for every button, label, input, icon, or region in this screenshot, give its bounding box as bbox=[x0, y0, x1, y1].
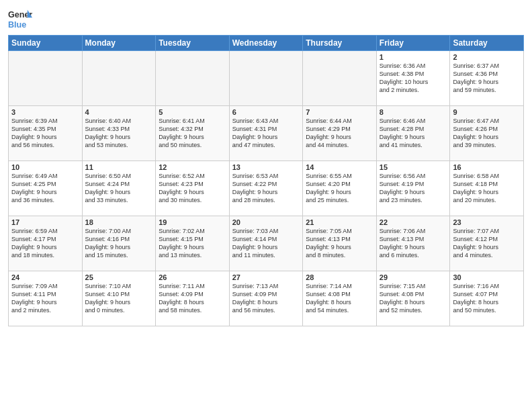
day-info: Sunrise: 6:49 AM Sunset: 4:25 PM Dayligh… bbox=[11, 172, 79, 205]
day-number: 30 bbox=[453, 273, 521, 281]
day-header-tuesday: Tuesday bbox=[156, 36, 230, 51]
day-number: 8 bbox=[380, 108, 447, 116]
calendar-cell bbox=[82, 51, 156, 106]
day-number: 4 bbox=[85, 108, 153, 116]
calendar-cell: 20Sunrise: 7:03 AM Sunset: 4:14 PM Dayli… bbox=[229, 216, 303, 271]
calendar-cell: 30Sunrise: 7:16 AM Sunset: 4:07 PM Dayli… bbox=[450, 271, 524, 326]
calendar-cell: 2Sunrise: 6:37 AM Sunset: 4:36 PM Daylig… bbox=[450, 51, 524, 106]
calendar-cell: 21Sunrise: 7:05 AM Sunset: 4:13 PM Dayli… bbox=[303, 216, 377, 271]
calendar-cell: 25Sunrise: 7:10 AM Sunset: 4:10 PM Dayli… bbox=[82, 271, 156, 326]
day-info: Sunrise: 7:02 AM Sunset: 4:15 PM Dayligh… bbox=[159, 227, 226, 260]
day-header-wednesday: Wednesday bbox=[229, 36, 303, 51]
day-number: 25 bbox=[85, 273, 153, 281]
day-number: 11 bbox=[85, 163, 153, 171]
calendar-cell: 22Sunrise: 7:06 AM Sunset: 4:13 PM Dayli… bbox=[376, 216, 450, 271]
day-info: Sunrise: 7:06 AM Sunset: 4:13 PM Dayligh… bbox=[380, 227, 447, 260]
calendar-cell: 27Sunrise: 7:13 AM Sunset: 4:09 PM Dayli… bbox=[229, 271, 303, 326]
day-number: 29 bbox=[380, 273, 447, 281]
day-number: 19 bbox=[159, 218, 226, 226]
day-number: 3 bbox=[11, 108, 79, 116]
calendar-cell: 10Sunrise: 6:49 AM Sunset: 4:25 PM Dayli… bbox=[9, 161, 83, 216]
day-number: 15 bbox=[380, 163, 447, 171]
day-number: 24 bbox=[11, 273, 79, 281]
calendar-cell: 11Sunrise: 6:50 AM Sunset: 4:24 PM Dayli… bbox=[82, 161, 156, 216]
day-info: Sunrise: 7:15 AM Sunset: 4:08 PM Dayligh… bbox=[380, 282, 447, 315]
day-header-friday: Friday bbox=[376, 36, 450, 51]
day-number: 5 bbox=[159, 108, 226, 116]
calendar-header: SundayMondayTuesdayWednesdayThursdayFrid… bbox=[9, 36, 524, 51]
day-info: Sunrise: 7:11 AM Sunset: 4:09 PM Dayligh… bbox=[159, 282, 226, 315]
day-number: 2 bbox=[453, 53, 521, 61]
day-info: Sunrise: 6:46 AM Sunset: 4:28 PM Dayligh… bbox=[380, 117, 447, 150]
calendar-week-1: 1Sunrise: 6:36 AM Sunset: 4:38 PM Daylig… bbox=[9, 51, 524, 106]
day-info: Sunrise: 7:00 AM Sunset: 4:16 PM Dayligh… bbox=[85, 227, 153, 260]
day-header-thursday: Thursday bbox=[303, 36, 377, 51]
day-number: 12 bbox=[159, 163, 226, 171]
day-info: Sunrise: 6:37 AM Sunset: 4:36 PM Dayligh… bbox=[453, 62, 521, 95]
day-number: 21 bbox=[306, 218, 373, 226]
day-number: 20 bbox=[232, 218, 300, 226]
day-info: Sunrise: 6:39 AM Sunset: 4:35 PM Dayligh… bbox=[11, 117, 79, 150]
calendar-cell bbox=[156, 51, 230, 106]
calendar-table: SundayMondayTuesdayWednesdayThursdayFrid… bbox=[8, 35, 524, 326]
day-number: 10 bbox=[11, 163, 79, 171]
day-info: Sunrise: 6:50 AM Sunset: 4:24 PM Dayligh… bbox=[85, 172, 153, 205]
day-number: 14 bbox=[306, 163, 373, 171]
day-info: Sunrise: 6:53 AM Sunset: 4:22 PM Dayligh… bbox=[232, 172, 300, 205]
calendar-week-4: 17Sunrise: 6:59 AM Sunset: 4:17 PM Dayli… bbox=[9, 216, 524, 271]
day-number: 1 bbox=[380, 53, 447, 61]
day-number: 9 bbox=[453, 108, 521, 116]
calendar-cell: 23Sunrise: 7:07 AM Sunset: 4:12 PM Dayli… bbox=[450, 216, 524, 271]
day-info: Sunrise: 6:56 AM Sunset: 4:19 PM Dayligh… bbox=[380, 172, 447, 205]
day-header-saturday: Saturday bbox=[450, 36, 524, 51]
calendar-cell: 29Sunrise: 7:15 AM Sunset: 4:08 PM Dayli… bbox=[376, 271, 450, 326]
calendar-cell bbox=[303, 51, 377, 106]
day-header-monday: Monday bbox=[82, 36, 156, 51]
day-number: 16 bbox=[453, 163, 521, 171]
day-info: Sunrise: 7:07 AM Sunset: 4:12 PM Dayligh… bbox=[453, 227, 521, 260]
calendar-cell: 8Sunrise: 6:46 AM Sunset: 4:28 PM Daylig… bbox=[376, 106, 450, 161]
logo: General Blue bbox=[8, 7, 35, 31]
day-info: Sunrise: 7:14 AM Sunset: 4:08 PM Dayligh… bbox=[306, 282, 373, 315]
day-number: 18 bbox=[85, 218, 153, 226]
calendar-cell: 12Sunrise: 6:52 AM Sunset: 4:23 PM Dayli… bbox=[156, 161, 230, 216]
day-info: Sunrise: 6:58 AM Sunset: 4:18 PM Dayligh… bbox=[453, 172, 521, 205]
day-info: Sunrise: 7:09 AM Sunset: 4:11 PM Dayligh… bbox=[11, 282, 79, 315]
day-info: Sunrise: 6:41 AM Sunset: 4:32 PM Dayligh… bbox=[159, 117, 226, 150]
page-container: General Blue SundayMondayTuesdayWednesda… bbox=[0, 0, 532, 411]
day-number: 13 bbox=[232, 163, 300, 171]
day-number: 22 bbox=[380, 218, 447, 226]
calendar-week-3: 10Sunrise: 6:49 AM Sunset: 4:25 PM Dayli… bbox=[9, 161, 524, 216]
day-info: Sunrise: 6:43 AM Sunset: 4:31 PM Dayligh… bbox=[232, 117, 300, 150]
day-info: Sunrise: 7:16 AM Sunset: 4:07 PM Dayligh… bbox=[453, 282, 521, 315]
day-number: 17 bbox=[11, 218, 79, 226]
calendar-cell: 1Sunrise: 6:36 AM Sunset: 4:38 PM Daylig… bbox=[376, 51, 450, 106]
calendar-cell bbox=[229, 51, 303, 106]
day-info: Sunrise: 6:36 AM Sunset: 4:38 PM Dayligh… bbox=[380, 62, 447, 95]
calendar-cell: 5Sunrise: 6:41 AM Sunset: 4:32 PM Daylig… bbox=[156, 106, 230, 161]
day-info: Sunrise: 6:59 AM Sunset: 4:17 PM Dayligh… bbox=[11, 227, 79, 260]
calendar-cell: 3Sunrise: 6:39 AM Sunset: 4:35 PM Daylig… bbox=[9, 106, 83, 161]
day-number: 27 bbox=[232, 273, 300, 281]
calendar-cell: 16Sunrise: 6:58 AM Sunset: 4:18 PM Dayli… bbox=[450, 161, 524, 216]
day-info: Sunrise: 6:52 AM Sunset: 4:23 PM Dayligh… bbox=[159, 172, 226, 205]
day-number: 26 bbox=[159, 273, 226, 281]
day-header-sunday: Sunday bbox=[9, 36, 83, 51]
calendar-cell: 19Sunrise: 7:02 AM Sunset: 4:15 PM Dayli… bbox=[156, 216, 230, 271]
day-number: 7 bbox=[306, 108, 373, 116]
calendar-cell: 17Sunrise: 6:59 AM Sunset: 4:17 PM Dayli… bbox=[9, 216, 83, 271]
calendar-week-5: 24Sunrise: 7:09 AM Sunset: 4:11 PM Dayli… bbox=[9, 271, 524, 326]
calendar-cell bbox=[9, 51, 83, 106]
calendar-cell: 15Sunrise: 6:56 AM Sunset: 4:19 PM Dayli… bbox=[376, 161, 450, 216]
day-info: Sunrise: 6:44 AM Sunset: 4:29 PM Dayligh… bbox=[306, 117, 373, 150]
calendar-cell: 14Sunrise: 6:55 AM Sunset: 4:20 PM Dayli… bbox=[303, 161, 377, 216]
day-info: Sunrise: 7:13 AM Sunset: 4:09 PM Dayligh… bbox=[232, 282, 300, 315]
day-info: Sunrise: 7:10 AM Sunset: 4:10 PM Dayligh… bbox=[85, 282, 153, 315]
calendar-cell: 4Sunrise: 6:40 AM Sunset: 4:33 PM Daylig… bbox=[82, 106, 156, 161]
day-info: Sunrise: 6:47 AM Sunset: 4:26 PM Dayligh… bbox=[453, 117, 521, 150]
calendar-cell: 9Sunrise: 6:47 AM Sunset: 4:26 PM Daylig… bbox=[450, 106, 524, 161]
calendar-cell: 24Sunrise: 7:09 AM Sunset: 4:11 PM Dayli… bbox=[9, 271, 83, 326]
calendar-week-2: 3Sunrise: 6:39 AM Sunset: 4:35 PM Daylig… bbox=[9, 106, 524, 161]
day-info: Sunrise: 6:55 AM Sunset: 4:20 PM Dayligh… bbox=[306, 172, 373, 205]
calendar-cell: 7Sunrise: 6:44 AM Sunset: 4:29 PM Daylig… bbox=[303, 106, 377, 161]
